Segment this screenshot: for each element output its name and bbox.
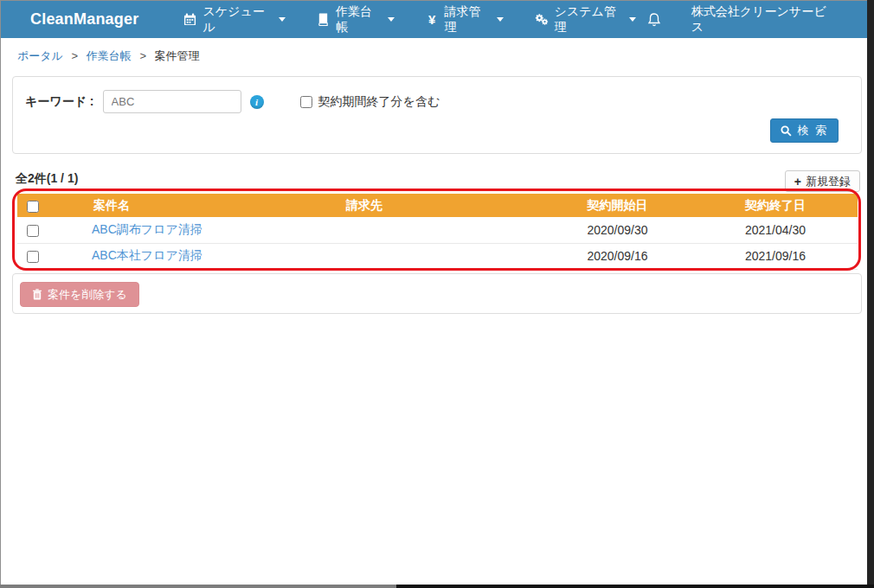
window-border-left <box>0 0 1 588</box>
breadcrumb: ポータル > 作業台帳 > 案件管理 <box>17 48 200 64</box>
top-navbar: CleanManager スケジュール 作業台帳 ¥ 請求管理 システム管理 <box>1 1 867 38</box>
nav-menu-work-ledger[interactable]: 作業台帳 <box>306 1 405 38</box>
contract-end-cell: 2021/04/30 <box>693 217 858 243</box>
chevron-down-icon <box>279 17 286 22</box>
search-icon <box>781 125 792 137</box>
contract-start-cell: 2020/09/16 <box>542 243 693 269</box>
chevron-down-icon <box>629 17 636 22</box>
chevron-down-icon <box>388 17 395 22</box>
yen-icon: ¥ <box>426 13 439 27</box>
column-header-billing: 請求先 <box>291 194 542 217</box>
chevron-down-icon <box>497 17 504 22</box>
row-checkbox[interactable] <box>27 225 39 237</box>
nav-menu-system[interactable]: システム管理 <box>524 1 646 38</box>
window-border-top <box>0 0 867 1</box>
breadcrumb-work-ledger[interactable]: 作業台帳 <box>87 49 132 62</box>
contract-start-cell: 2020/09/30 <box>542 217 693 243</box>
keyword-input[interactable] <box>103 90 241 113</box>
app-logo[interactable]: CleanManager <box>30 10 138 29</box>
table-row: ABC調布フロア清掃 2020/09/30 2021/04/30 <box>17 217 858 243</box>
nav-menu-label: 作業台帳 <box>336 4 380 35</box>
delete-case-button[interactable]: 案件を削除する <box>20 282 139 307</box>
row-select-cell <box>17 243 48 269</box>
trash-icon <box>32 289 42 300</box>
row-select-cell <box>17 217 48 243</box>
nav-menu-billing[interactable]: ¥ 請求管理 <box>415 1 514 38</box>
case-table: 案件名 請求先 契約開始日 契約終了日 ABC調布フロア清掃 2020/09/3… <box>17 194 858 270</box>
case-link[interactable]: ABC調布フロア清掃 <box>92 222 202 236</box>
search-row: キーワード : i 契約期間終了分を含む <box>13 77 861 113</box>
delete-case-label: 案件を削除する <box>48 287 127 303</box>
select-all-checkbox[interactable] <box>27 201 39 213</box>
include-expired-checkbox[interactable] <box>300 96 312 108</box>
case-name-cell: ABC調布フロア清掃 <box>48 217 291 243</box>
nav-menu-schedule[interactable]: スケジュール <box>173 1 296 38</box>
search-button[interactable]: 検 索 <box>770 118 839 143</box>
result-count: 全2件(1 / 1) <box>16 171 78 187</box>
keyword-label: キーワード : <box>25 94 94 110</box>
breadcrumb-separator: > <box>72 49 79 62</box>
gears-icon <box>535 13 549 27</box>
window-shadow-right <box>867 0 874 588</box>
include-expired-label: 契約期間終了分を含む <box>318 94 440 110</box>
breadcrumb-separator: > <box>139 49 146 62</box>
calendar-icon <box>183 13 196 27</box>
new-registration-label: 新規登録 <box>806 174 851 189</box>
column-header-contract-start: 契約開始日 <box>542 194 693 217</box>
bell-icon[interactable] <box>646 12 662 28</box>
column-header-case-name: 案件名 <box>48 194 291 217</box>
window-shadow-bottom <box>396 585 874 588</box>
breadcrumb-current-page: 案件管理 <box>155 49 200 62</box>
table-header-row: 案件名 請求先 契約開始日 契約終了日 <box>17 194 858 217</box>
delete-panel: 案件を削除する <box>12 273 862 314</box>
case-name-cell: ABC本社フロア清掃 <box>48 243 291 269</box>
book-icon <box>317 13 330 27</box>
search-button-label: 検 索 <box>797 123 828 138</box>
nav-menu-group: スケジュール 作業台帳 ¥ 請求管理 システム管理 <box>163 1 646 38</box>
case-link[interactable]: ABC本社フロア清掃 <box>92 248 202 262</box>
billing-cell <box>291 243 542 269</box>
search-panel: キーワード : i 契約期間終了分を含む 検 索 <box>12 76 862 154</box>
column-header-contract-end: 契約終了日 <box>693 194 858 217</box>
nav-menu-label: スケジュール <box>202 4 271 35</box>
info-icon[interactable]: i <box>250 95 264 109</box>
plus-icon: + <box>794 175 801 189</box>
breadcrumb-portal[interactable]: ポータル <box>17 49 63 62</box>
include-expired-group: 契約期間終了分を含む <box>300 94 440 110</box>
nav-menu-label: 請求管理 <box>444 4 488 35</box>
contract-end-cell: 2021/09/16 <box>693 243 858 269</box>
select-all-header <box>17 194 48 217</box>
billing-cell <box>291 217 542 243</box>
row-checkbox[interactable] <box>27 251 39 263</box>
nav-menu-label: システム管理 <box>555 4 621 35</box>
window-border-bottom <box>0 585 396 588</box>
nav-right-group: 株式会社クリーンサービス <box>646 4 829 35</box>
company-name: 株式会社クリーンサービス <box>691 4 829 35</box>
table-row: ABC本社フロア清掃 2020/09/16 2021/09/16 <box>17 243 858 269</box>
new-registration-button[interactable]: + 新規登録 <box>785 170 860 192</box>
